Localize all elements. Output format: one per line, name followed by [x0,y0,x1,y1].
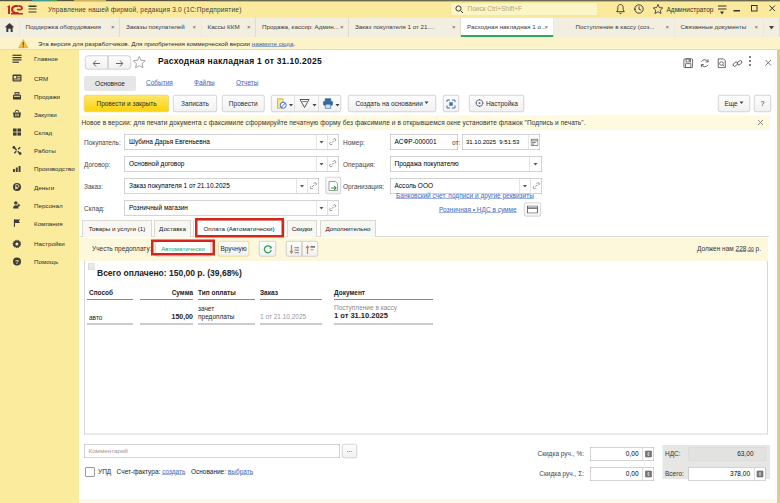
svg-text:?: ? [15,258,19,265]
